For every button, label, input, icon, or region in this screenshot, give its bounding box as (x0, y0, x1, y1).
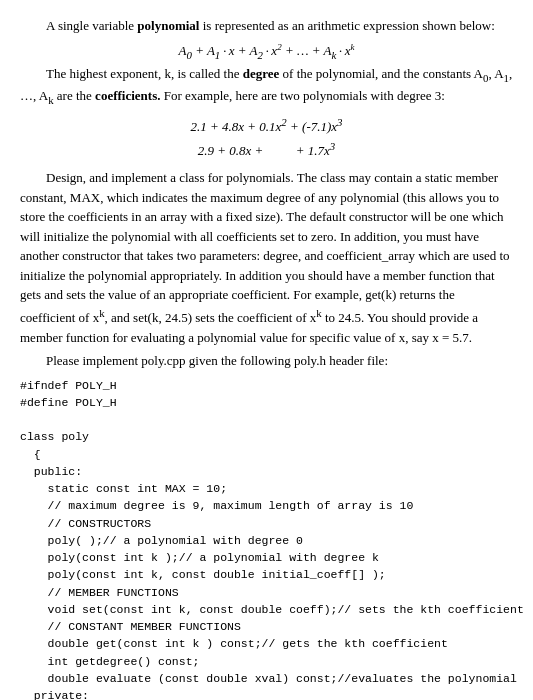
intro-paragraph: A single variable polynomial is represen… (20, 16, 513, 36)
example-polynomials: 2.1 + 4.8x + 0.1x2 + (-7.1)x3 2.9 + 0.8x… (20, 114, 513, 162)
design-paragraph: Design, and implement a class for polyno… (20, 168, 513, 347)
example-line2: 2.9 + 0.8x + + 1.7x3 (20, 138, 513, 162)
code-block: #ifndef POLY_H #define POLY_H class poly… (20, 377, 513, 700)
degree-paragraph: The highest exponent, k, is called the d… (20, 64, 513, 108)
page-content: A single variable polynomial is represen… (20, 16, 513, 700)
example-line1: 2.1 + 4.8x + 0.1x2 + (-7.1)x3 (20, 114, 513, 138)
degree-bold: degree (243, 66, 280, 81)
implement-paragraph: Please implement poly.cpp given the foll… (20, 351, 513, 371)
polynomial-bold: polynomial (137, 18, 199, 33)
math-formula: A0 + A1 · x + A2 · x2 + … + Ak · xk (20, 42, 513, 61)
coefficients-bold: coefficients. (95, 88, 160, 103)
